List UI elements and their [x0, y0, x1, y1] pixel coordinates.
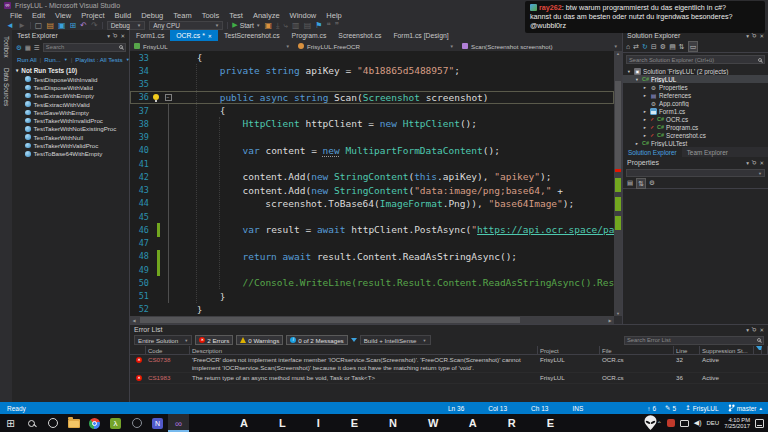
tab-form1-cs-design[interactable]: Form1.cs [Design] [387, 30, 454, 41]
nav-back-icon[interactable]: ◄ [6, 21, 14, 30]
warnings-toggle-button[interactable]: 0 Warnings [236, 335, 283, 345]
chevron-collapsed-icon[interactable]: ▸ [642, 93, 648, 98]
save-all-icon[interactable]: ⊞ [70, 21, 77, 30]
scrollbar-thumb[interactable] [140, 317, 520, 323]
bookmark-icon[interactable]: ⚑ [315, 21, 322, 30]
notes-app-button[interactable]: N [147, 414, 168, 432]
chevron-collapsed-icon[interactable]: ▸ [642, 117, 648, 122]
unsaved-edits-indicator[interactable]: ✎5 [665, 404, 676, 412]
close-icon[interactable]: ✕ [759, 160, 764, 166]
tree-item-form1-cs[interactable]: ▸Form1.cs [623, 107, 768, 115]
git-branch-button[interactable]: master▲ [728, 404, 763, 412]
scroll-left-icon[interactable]: ◀ [130, 318, 138, 323]
nav-forward-icon[interactable]: ► [18, 21, 26, 30]
chevron-collapsed-icon[interactable]: ▸ [642, 109, 648, 114]
menu-item-view[interactable]: View [50, 11, 76, 20]
display-icon[interactable] [680, 420, 689, 427]
column-header-line[interactable]: Line [674, 346, 700, 355]
properties-object-dropdown[interactable]: ▼ [626, 169, 765, 177]
collapse-all-icon[interactable]: ⊟ [651, 42, 657, 51]
test-search-input[interactable]: Search [43, 43, 126, 52]
filter-icon[interactable] [351, 338, 357, 342]
menu-item-team[interactable]: Team [168, 11, 196, 20]
taskbar-search-button[interactable] [21, 414, 42, 432]
tab-team-explorer[interactable]: Team Explorer [682, 147, 733, 157]
test-item-testtakerwithnull[interactable]: TestTakerWithNull [13, 133, 129, 141]
menu-item-test[interactable]: Test [224, 11, 248, 20]
chevron-collapsed-icon[interactable]: ▸ [642, 133, 648, 138]
tree-item-screenshot-cs[interactable]: ▸✓C#Screenshot.cs [623, 131, 768, 139]
file-explorer-button[interactable] [63, 414, 84, 432]
tab-testscreenshot-cs[interactable]: TestScreenshot.cs [218, 30, 286, 41]
solution-platforms-dropdown[interactable]: Any CPU▼ [149, 21, 223, 30]
menu-item-build[interactable]: Build [110, 11, 137, 20]
tab-program-cs[interactable]: Program.cs [286, 30, 333, 41]
tab-screenshot-cs[interactable]: Screenshot.cs [332, 30, 387, 41]
collapse-icon[interactable]: − [165, 94, 172, 101]
alphabetical-icon[interactable]: ⇅ [636, 178, 646, 189]
test-item-testextractwithempty[interactable]: TestExtractWithEmpty [13, 92, 129, 100]
group-by-icon[interactable]: ▦ [25, 43, 31, 52]
column-header-file[interactable]: File [600, 346, 674, 355]
show-all-files-icon[interactable]: ▤ [669, 42, 676, 51]
menu-item-project[interactable]: Project [76, 11, 109, 20]
scope-dropdown[interactable]: Entire Solution ▼ [134, 335, 192, 345]
error-row-CS1983[interactable]: ✕CS1983The return type of an async metho… [130, 373, 768, 384]
clock[interactable]: 4:10 PM 7/25/2017 [724, 417, 750, 430]
start-button[interactable]: ⊞ [0, 414, 21, 432]
menu-item-window[interactable]: Window [285, 11, 322, 20]
menu-item-file[interactable]: File [5, 11, 27, 20]
new-file-icon[interactable]: ▢ [35, 21, 43, 30]
breakpoints-icon[interactable]: ▥ [292, 21, 300, 30]
tree-item-references[interactable]: ▸▤References [623, 91, 768, 99]
horizontal-scrollbar[interactable]: ◀ ▶ [130, 316, 614, 324]
pin-icon[interactable]: ⚲ [111, 31, 119, 39]
refresh-icon[interactable]: ↻ [642, 42, 648, 51]
test-item-testtakerwithnotexistingproc[interactable]: TestTakerWithNotExistingProc [13, 125, 129, 133]
chevron-collapsed-icon[interactable]: ▸ [634, 141, 640, 146]
tree-item-program-cs[interactable]: ▸✓C#Program.cs [623, 123, 768, 131]
property-pages-icon[interactable]: ⚙ [649, 179, 655, 187]
menu-item-analyze[interactable]: Analyze [248, 11, 285, 20]
tray-expand-icon[interactable]: ⌃ [657, 420, 662, 427]
tab-ocr-cs[interactable]: OCR.cs*✕ [170, 30, 218, 41]
close-icon[interactable]: ✕ [759, 327, 764, 333]
breadcrumb-frisylul-freeocr[interactable]: FrisyLUL.FreeOCR▼ [294, 41, 458, 51]
visual-studio-taskbar-button[interactable]: ∞ [168, 414, 189, 432]
step-over-icon[interactable]: ⤷ [284, 21, 288, 30]
tree-item-ocr-cs[interactable]: ▸✓C#OCR.cs [623, 115, 768, 123]
column-header-project[interactable]: Project [538, 346, 600, 355]
test-item-testdisposewithinvalid[interactable]: TestDisposeWithInvalid [13, 75, 129, 83]
test-item-testsavewithempty[interactable]: TestSaveWithEmpty [13, 108, 129, 116]
lambda-app-button[interactable]: λ [105, 414, 126, 432]
window-position-icon[interactable]: ▾ [746, 33, 749, 39]
start-debugging-button[interactable]: ▶ Start ▼ [232, 21, 260, 29]
close-icon[interactable]: ✕ [120, 33, 125, 39]
home-icon[interactable]: ⌂ [626, 42, 630, 51]
strip-tab-data-sources[interactable]: Data Sources [3, 68, 10, 106]
code-area[interactable]: 33{34private string apiKey = "4b18865d54… [130, 51, 614, 316]
close-icon[interactable]: ✕ [759, 33, 764, 39]
scroll-right-icon[interactable]: ▶ [606, 318, 614, 323]
properties-icon[interactable]: ⚙ [660, 42, 666, 51]
window-position-icon[interactable]: ▾ [107, 33, 110, 39]
column-header-suppression-st[interactable]: Suppression St... [700, 346, 754, 355]
test-item-testextractwithvalid[interactable]: TestExtractWithValid [13, 100, 129, 108]
lightbulb-icon[interactable] [153, 94, 159, 100]
run-link[interactable]: Run... [44, 56, 61, 63]
test-item-testtobase64withempty[interactable]: TestToBase64WithEmpty [13, 150, 129, 158]
test-item-testtakerwithvalidproc[interactable]: TestTakerWithValidProc [13, 141, 129, 149]
solution-configurations-dropdown[interactable]: Debug▼ [107, 21, 146, 30]
tree-item-properties[interactable]: ▸⚙Properties [623, 83, 768, 91]
cortana-button[interactable] [42, 414, 63, 432]
menu-item-edit[interactable]: Edit [27, 11, 50, 20]
preview-selected-items-icon[interactable]: ▭ [688, 41, 699, 52]
test-item-testtakerwithinvalidproc[interactable]: TestTakerWithInvalidProc [13, 116, 129, 124]
breadcrumb-frisylul[interactable]: FrisyLUL▼ [130, 41, 294, 51]
categorized-icon[interactable]: ▤ [627, 179, 633, 187]
action-center-icon[interactable] [755, 419, 764, 428]
vertical-scrollbar[interactable]: ▲ ▼ [614, 51, 622, 316]
sync-with-active-document-icon[interactable]: ⇅ [679, 42, 685, 51]
chevron-expanded-icon[interactable]: ▾ [634, 77, 640, 82]
tab-form1-cs[interactable]: Form1.cs [130, 30, 170, 41]
